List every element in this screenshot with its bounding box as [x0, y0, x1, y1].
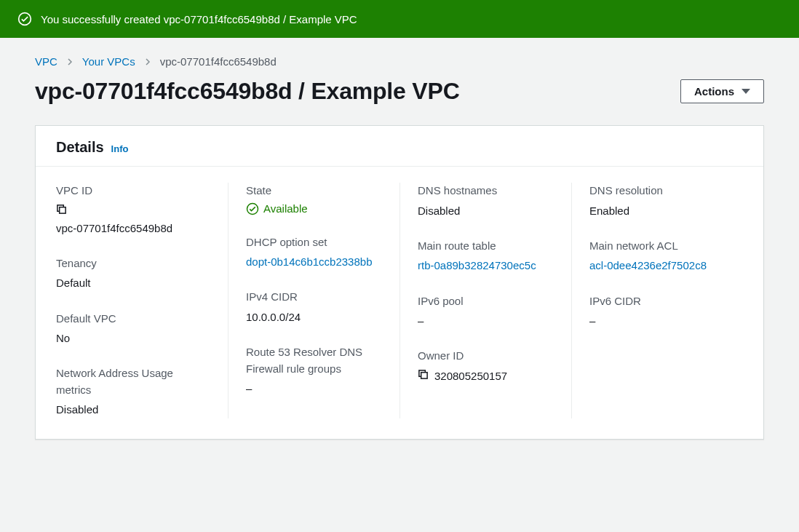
state-value: Available [263, 202, 308, 215]
breadcrumb-vpc[interactable]: VPC [35, 55, 57, 68]
breadcrumb-your-vpcs[interactable]: Your VPCs [82, 55, 135, 68]
main-network-acl-label: Main network ACL [589, 238, 743, 255]
info-link[interactable]: Info [111, 143, 129, 154]
main-route-table-link[interactable]: rtb-0a89b32824730ec5c [418, 257, 554, 274]
breadcrumb: VPC Your VPCs vpc-07701f4fcc6549b8d [35, 55, 764, 68]
default-vpc-label: Default VPC [56, 311, 210, 327]
banner-text: You successfully created vpc-07701f4fcc6… [41, 13, 357, 25]
owner-id-value: 320805250157 [434, 368, 507, 384]
dns-hostnames-value: Disabled [418, 202, 554, 219]
details-col-4: DNS resolution Enabled Main network ACL … [571, 183, 743, 418]
details-col-1: VPC ID vpc-07701f4fcc6549b8d Tenancy Def… [56, 183, 228, 418]
details-panel: Details Info VPC ID vpc-07701f4fcc6549b8… [35, 125, 764, 440]
dhcp-label: DHCP option set [246, 234, 382, 251]
ipv4-value: 10.0.0.0/24 [246, 309, 382, 325]
dhcp-link[interactable]: dopt-0b14c6b1ccb2338bb [246, 253, 382, 270]
nau-value: Disabled [56, 401, 210, 418]
svg-point-3 [247, 203, 258, 214]
actions-button[interactable]: Actions [680, 79, 764, 103]
owner-id-label: Owner ID [418, 348, 554, 365]
svg-rect-5 [421, 372, 427, 378]
vpc-id-label: VPC ID [56, 183, 210, 199]
main-network-acl-link[interactable]: acl-0dee4236e2f7502c8 [589, 257, 743, 274]
panel-title: Details [56, 139, 104, 156]
r53-label: Route 53 Resolver DNS Firewall rule grou… [246, 344, 382, 377]
check-circle-icon [17, 12, 32, 26]
copy-icon[interactable] [56, 204, 67, 217]
success-banner: You successfully created vpc-07701f4fcc6… [0, 0, 799, 38]
tenancy-label: Tenancy [56, 255, 210, 272]
page-title: vpc-07701f4fcc6549b8d / Example VPC [35, 78, 460, 105]
dns-resolution-value: Enabled [589, 202, 743, 219]
ipv4-label: IPv4 CIDR [246, 289, 382, 306]
r53-value: – [246, 380, 382, 397]
state-label: State [246, 183, 382, 199]
caret-down-icon [742, 89, 750, 94]
dns-resolution-label: DNS resolution [589, 183, 743, 199]
ipv6-pool-label: IPv6 pool [418, 293, 554, 310]
svg-rect-2 [60, 207, 65, 213]
breadcrumb-current: vpc-07701f4fcc6549b8d [160, 55, 277, 68]
main-route-table-label: Main route table [418, 238, 554, 255]
details-col-2: State Available DHCP option set dopt-0b1… [228, 183, 400, 418]
tenancy-value: Default [56, 274, 210, 291]
default-vpc-value: No [56, 330, 210, 346]
copy-icon[interactable] [418, 369, 429, 382]
check-circle-icon [246, 202, 259, 215]
vpc-id-value: vpc-07701f4fcc6549b8d [56, 220, 172, 237]
chevron-right-icon [66, 58, 73, 65]
ipv6-cidr-label: IPv6 CIDR [589, 293, 743, 310]
svg-point-0 [19, 13, 31, 25]
ipv6-cidr-value: – [589, 312, 743, 329]
ipv6-pool-value: – [418, 312, 554, 329]
nau-label: Network Address Usage metrics [56, 365, 210, 398]
dns-hostnames-label: DNS hostnames [418, 183, 554, 199]
details-col-3: DNS hostnames Disabled Main route table … [400, 183, 571, 418]
chevron-right-icon [144, 58, 151, 65]
actions-button-label: Actions [694, 85, 734, 98]
